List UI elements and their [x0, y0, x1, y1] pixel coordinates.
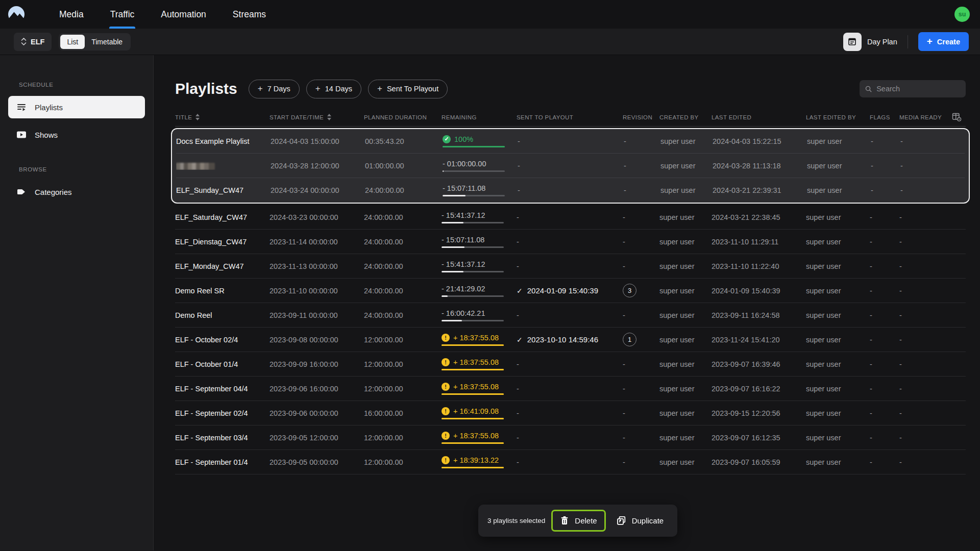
remaining-cell: - 21:41:29.02: [442, 285, 517, 297]
table-row[interactable]: ELF_Saturday_CW472024-03-23 00:00:0024:0…: [175, 205, 966, 230]
last-edited-by: super user: [807, 186, 871, 194]
table-row[interactable]: ELF - September 04/42023-09-06 16:00:001…: [175, 377, 966, 401]
sent-to-playout: ✓2024-01-09 15:40:39: [517, 286, 623, 295]
last-edited-by: super user: [806, 238, 870, 246]
plus-icon: +: [927, 36, 933, 46]
nav-item-automation[interactable]: Automation: [148, 0, 219, 29]
duplicate-button[interactable]: Duplicate: [608, 510, 673, 532]
column-label: START DATE/TIME: [270, 114, 324, 120]
table-row[interactable]: ELF - September 03/42023-09-05 12:00:001…: [175, 425, 966, 450]
remaining-progress: - 15:07:11.08: [442, 236, 511, 248]
sort-icon[interactable]: [327, 114, 331, 120]
revision: -: [623, 360, 659, 368]
delete-button[interactable]: Delete: [551, 510, 605, 532]
remaining-progress: - 15:07:11.08: [443, 184, 512, 196]
search-input[interactable]: [876, 85, 960, 93]
planned-duration: 12:00:00.00: [364, 360, 442, 368]
table-row[interactable]: ELF_Sunday_CW472024-03-24 00:00:0024:00:…: [176, 178, 965, 203]
playlists-table: Docs Example Playlist2024-04-03 15:00:00…: [175, 128, 966, 474]
app-logo-icon[interactable]: [7, 5, 26, 23]
revision-badge: 1: [623, 333, 636, 346]
check-circle-icon: ✓: [443, 135, 451, 143]
sidebar-item-shows[interactable]: Shows: [8, 123, 145, 146]
table-row[interactable]: Demo Reel2023-09-11 00:00:0024:00:00.00-…: [175, 303, 966, 328]
table-row[interactable]: ELF_Dienstag_CW472023-11-14 00:00:0024:0…: [175, 230, 966, 254]
sent-date: ✓2024-01-09 15:40:39: [517, 286, 618, 295]
view-toggle-list[interactable]: List: [60, 35, 85, 49]
table-row[interactable]: ELF - October 02/42023-09-08 00:00:0012:…: [175, 328, 966, 352]
flags: -: [870, 434, 899, 442]
column-settings-icon[interactable]: [952, 112, 966, 122]
column-header-media-ready: MEDIA READY: [899, 114, 952, 120]
remaining-text: + 18:37:55.08: [453, 383, 499, 391]
remaining-cell: !+ 18:37:55.08: [442, 432, 517, 444]
sidebar-item-playlists[interactable]: Playlists: [8, 96, 145, 118]
sort-icon[interactable]: [195, 114, 200, 120]
last-edited: 2023-09-11 16:24:58: [712, 311, 806, 319]
remaining-bar-fill: [442, 222, 463, 223]
remaining-value: !+ 16:41:09.08: [442, 407, 511, 415]
remaining-bar: [442, 442, 504, 444]
created-by: super user: [659, 409, 712, 417]
playlist-title: ELF_Monday_CW47: [175, 262, 270, 270]
table-row[interactable]: 2024-03-28 12:00:0001:00:00.00- 01:00:00…: [176, 154, 965, 178]
filter-7-days[interactable]: +7 Days: [249, 80, 300, 98]
planned-duration: 12:00:00.00: [364, 385, 442, 393]
search-box[interactable]: [860, 80, 966, 97]
category-icon: [16, 187, 27, 197]
last-edited: 2023-09-07 16:39:46: [712, 360, 806, 368]
filter-label: Sent To Playout: [387, 85, 438, 93]
view-toggle-timetable[interactable]: Timetable: [85, 35, 129, 49]
media-ready: -: [899, 385, 952, 393]
warning-icon: !: [442, 407, 450, 415]
last-edited-by: super user: [806, 213, 870, 221]
nav-item-media[interactable]: Media: [46, 0, 97, 29]
redacted-title: [176, 163, 215, 170]
remaining-bar: [442, 369, 504, 370]
remaining-bar: [442, 393, 504, 395]
sidebar-item-categories[interactable]: Categories: [8, 181, 145, 203]
nav-item-traffic[interactable]: Traffic: [97, 0, 148, 29]
table-row[interactable]: ELF_Monday_CW472023-11-13 00:00:0024:00:…: [175, 254, 966, 279]
remaining-bar: [442, 271, 504, 272]
column-header-sent-to-playout: SENT TO PLAYOUT: [517, 114, 623, 120]
channel-selector[interactable]: ELF: [14, 33, 52, 51]
created-by: super user: [659, 311, 712, 319]
user-avatar[interactable]: su: [954, 7, 970, 22]
calendar-icon[interactable]: [843, 33, 862, 51]
search-icon: [865, 85, 872, 93]
last-edited: 2023-09-07 16:05:59: [712, 458, 806, 466]
table-row[interactable]: Demo Reel SR2023-11-10 00:00:0024:00:00.…: [175, 279, 966, 303]
table-row[interactable]: ELF - October 01/42023-09-09 16:00:0012:…: [175, 352, 966, 377]
create-button[interactable]: + Create: [918, 32, 969, 51]
column-header-title[interactable]: TITLE: [175, 114, 270, 120]
warning-icon: !: [442, 358, 450, 366]
playlist-title: [176, 161, 271, 169]
start-date-time: 2023-09-09 16:00:00: [270, 360, 364, 368]
created-by: super user: [659, 360, 712, 368]
remaining-cell: - 15:07:11.08: [443, 184, 518, 196]
start-date-time: 2023-09-05 00:00:00: [270, 458, 364, 466]
sidebar-item-label: Shows: [35, 131, 58, 139]
table-row[interactable]: ELF - September 01/42023-09-05 00:00:001…: [175, 450, 966, 474]
last-edited-by: super user: [806, 385, 870, 393]
filter-sent-to-playout[interactable]: +Sent To Playout: [368, 80, 448, 98]
remaining-cell: - 15:07:11.08: [442, 236, 517, 248]
media-ready: -: [900, 186, 953, 194]
remaining-value: - 15:41:37.12: [442, 260, 511, 268]
column-header-start-date-time[interactable]: START DATE/TIME: [270, 114, 364, 120]
created-by: super user: [660, 137, 713, 145]
day-plan-button[interactable]: Day Plan: [843, 33, 897, 51]
nav-item-streams[interactable]: Streams: [219, 0, 279, 29]
revision: -: [623, 238, 659, 246]
filter-14-days[interactable]: +14 Days: [306, 80, 361, 98]
sent-date-text: 2024-01-09 15:40:39: [527, 286, 598, 295]
top-nav: MediaTrafficAutomationStreams su: [0, 0, 980, 29]
remaining-cell: !+ 18:39:13.22: [442, 456, 517, 468]
media-ready: -: [899, 360, 952, 368]
table-row[interactable]: ELF - September 02/42023-09-06 00:00:001…: [175, 401, 966, 425]
table-row[interactable]: Docs Example Playlist2024-04-03 15:00:00…: [176, 129, 965, 154]
column-label: PLANNED DURATION: [364, 114, 427, 120]
revision: 1: [623, 333, 659, 346]
start-date-time: 2023-09-05 12:00:00: [270, 434, 364, 442]
